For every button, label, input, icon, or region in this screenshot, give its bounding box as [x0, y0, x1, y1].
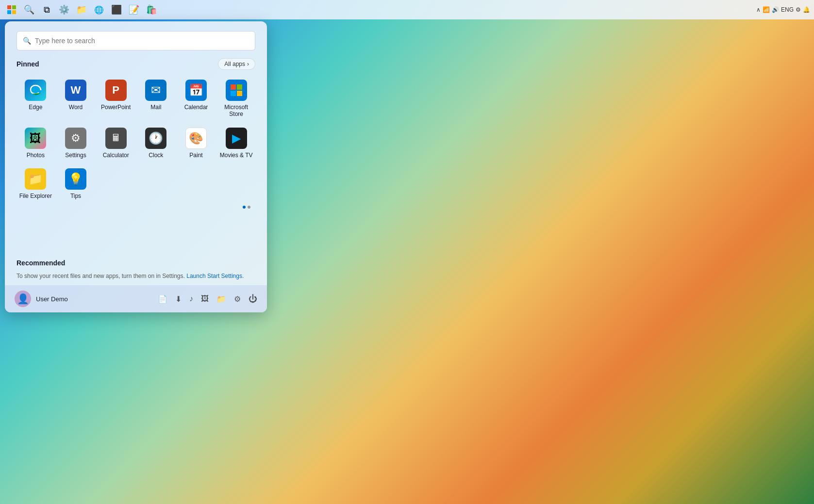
- clock-label: Clock: [149, 152, 163, 159]
- terminal-taskbar-button[interactable]: ⬛: [109, 2, 124, 17]
- mail-label: Mail: [150, 104, 161, 111]
- svg-rect-6: [237, 84, 242, 90]
- app-settings[interactable]: ⚙ Settings: [57, 124, 95, 163]
- app-microsoft-store[interactable]: Microsoft Store: [217, 76, 255, 122]
- tips-icon: 💡: [65, 168, 86, 190]
- search-bar[interactable]: 🔍: [17, 31, 255, 50]
- chevron-icon[interactable]: ∧: [756, 6, 761, 13]
- edge-taskbar-button[interactable]: 🌐: [91, 2, 107, 17]
- start-menu: 🔍 Pinned All apps › Edge: [5, 21, 267, 312]
- photos-label: Photos: [27, 152, 45, 159]
- taskbar: 🔍 ⧉ ⚙️ 📁 🌐 ⬛ 📝 🛍️ ∧ 📶 🔊 ENG ⚙ 🔔: [0, 0, 814, 19]
- store-label: Microsoft Store: [219, 104, 253, 118]
- movies-label: Movies & TV: [220, 152, 253, 159]
- downloads-action-icon[interactable]: ⬇: [175, 294, 182, 304]
- settings-action-icon[interactable]: ⚙: [234, 294, 241, 304]
- movies-icon: ▶: [226, 128, 247, 149]
- folder-action-icon[interactable]: 📁: [216, 294, 226, 304]
- network-icon[interactable]: 📶: [763, 6, 770, 13]
- calendar-label: Calendar: [184, 104, 208, 111]
- start-button[interactable]: [4, 2, 19, 17]
- app-movies-tv[interactable]: ▶ Movies & TV: [217, 124, 255, 163]
- search-bar-icon: 🔍: [23, 37, 31, 45]
- avatar-icon: 👤: [17, 293, 29, 305]
- app-mail[interactable]: ✉ Mail: [137, 76, 175, 122]
- explorer-taskbar-button[interactable]: 📁: [74, 2, 89, 17]
- app-file-explorer[interactable]: 📁 File Explorer: [17, 164, 55, 203]
- launch-settings-link[interactable]: Launch Start Settings.: [186, 273, 244, 279]
- page-dot-2[interactable]: [248, 206, 250, 209]
- app-word[interactable]: W Word: [57, 76, 95, 122]
- user-actions: 📄 ⬇ ♪ 🖼 📁 ⚙ ⏻: [158, 294, 257, 304]
- pictures-action-icon[interactable]: 🖼: [201, 294, 209, 303]
- power-action-icon[interactable]: ⏻: [249, 294, 257, 304]
- edge-label: Edge: [29, 104, 42, 111]
- taskbar-left: 🔍 ⧉ ⚙️ 📁 🌐 ⬛ 📝 🛍️: [4, 2, 159, 17]
- explorer-icon: 📁: [25, 168, 46, 190]
- search-input[interactable]: [35, 37, 249, 45]
- app-powerpoint[interactable]: P PowerPoint: [97, 76, 135, 122]
- taskbar-right: ∧ 📶 🔊 ENG ⚙ 🔔: [756, 6, 810, 13]
- page-dots: [17, 206, 255, 209]
- taskbar-system-icons: ∧ 📶 🔊 ENG ⚙ 🔔: [756, 6, 810, 13]
- word-label: Word: [69, 104, 83, 111]
- paint-label: Paint: [189, 152, 202, 159]
- clock-icon: 🕐: [145, 128, 166, 149]
- keyboard-settings-icon[interactable]: ⚙: [796, 6, 801, 13]
- recommended-text: To show your recent files and new apps, …: [17, 273, 185, 279]
- page-dot-1[interactable]: [243, 206, 246, 209]
- recommended-section: Recommended To show your recent files an…: [5, 259, 267, 285]
- explorer-label: File Explorer: [19, 193, 52, 199]
- settings-label: Settings: [65, 152, 86, 159]
- svg-rect-0: [7, 5, 11, 9]
- task-view-button[interactable]: ⧉: [39, 2, 54, 17]
- app-calculator[interactable]: 🖩 Calculator: [97, 124, 135, 163]
- settings-icon: ⚙: [65, 128, 86, 149]
- user-avatar: 👤: [15, 291, 31, 307]
- search-container: 🔍: [5, 21, 267, 56]
- svg-rect-2: [7, 10, 11, 14]
- app-paint[interactable]: 🎨 Paint: [177, 124, 216, 163]
- all-apps-button[interactable]: All apps ›: [218, 58, 255, 70]
- calculator-label: Calculator: [103, 152, 129, 159]
- app-edge[interactable]: Edge: [17, 76, 55, 122]
- photos-icon: 🖼: [25, 128, 46, 149]
- pinned-apps-grid: Edge W Word P PowerPoint ✉ Mail 📅 Calend…: [17, 76, 255, 204]
- svg-rect-1: [12, 5, 16, 9]
- search-taskbar-button[interactable]: 🔍: [21, 2, 37, 17]
- word-icon: W: [65, 80, 86, 101]
- mail-icon: ✉: [145, 80, 166, 101]
- svg-rect-5: [231, 84, 236, 90]
- store-taskbar-button[interactable]: 🛍️: [144, 2, 159, 17]
- volume-icon[interactable]: 🔊: [772, 6, 779, 13]
- edge-icon: [25, 80, 46, 101]
- language-label: ENG: [781, 6, 794, 13]
- app-calendar[interactable]: 📅 Calendar: [177, 76, 216, 122]
- calculator-icon: 🖩: [105, 128, 127, 149]
- music-action-icon[interactable]: ♪: [189, 294, 193, 303]
- user-name: User Demo: [36, 295, 68, 303]
- recommended-header: Recommended: [17, 259, 255, 267]
- powerpoint-icon: P: [105, 80, 127, 101]
- svg-rect-3: [12, 10, 16, 14]
- pinned-header: Pinned All apps ›: [17, 58, 255, 70]
- user-bar: 👤 User Demo 📄 ⬇ ♪ 🖼 📁 ⚙ ⏻: [5, 285, 267, 312]
- app-clock[interactable]: 🕐 Clock: [137, 124, 175, 163]
- app-tips[interactable]: 💡 Tips: [57, 164, 95, 203]
- paint-icon: 🎨: [185, 128, 207, 149]
- documents-action-icon[interactable]: 📄: [158, 294, 167, 304]
- recommended-title: Recommended: [17, 259, 65, 267]
- svg-rect-8: [237, 91, 242, 96]
- pinned-section: Pinned All apps › Edge W Wo: [5, 56, 267, 259]
- chevron-right-icon: ›: [247, 61, 249, 67]
- recommended-content: To show your recent files and new apps, …: [17, 273, 255, 279]
- pinned-title: Pinned: [17, 60, 39, 68]
- notification-icon[interactable]: 🔔: [803, 6, 810, 13]
- notepad-taskbar-button[interactable]: 📝: [126, 2, 142, 17]
- powerpoint-label: PowerPoint: [101, 104, 131, 111]
- store-icon: [226, 80, 247, 101]
- app-photos[interactable]: 🖼 Photos: [17, 124, 55, 163]
- svg-rect-7: [231, 91, 236, 96]
- settings-taskbar-button[interactable]: ⚙️: [56, 2, 72, 17]
- user-profile[interactable]: 👤 User Demo: [15, 291, 68, 307]
